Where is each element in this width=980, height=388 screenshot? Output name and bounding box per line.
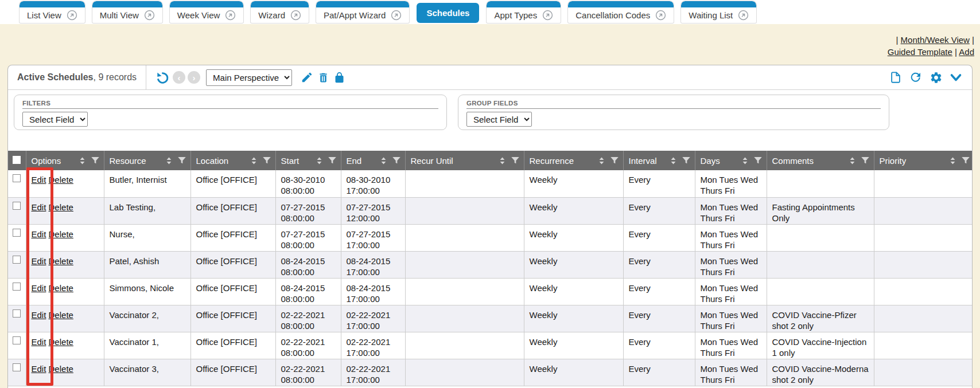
column-header-recur-until[interactable]: Recur Until [405, 151, 524, 170]
filter-funnel-icon[interactable] [960, 155, 971, 166]
delete-link[interactable]: Delete [49, 202, 73, 212]
recur-until-cell [405, 359, 524, 386]
tab-cancellation-codes[interactable]: Cancellation Codes [568, 1, 674, 23]
row-checkbox[interactable] [13, 283, 21, 291]
row-checkbox[interactable] [13, 256, 21, 264]
delete-link[interactable]: Delete [49, 229, 73, 239]
delete-link[interactable]: Delete [49, 256, 73, 266]
edit-link[interactable]: Edit [32, 310, 46, 320]
column-header-interval[interactable]: Interval [623, 151, 695, 170]
column-header-end[interactable]: End [341, 151, 405, 170]
trash-icon[interactable] [315, 69, 331, 85]
chevron-down-icon[interactable] [948, 69, 964, 85]
pencil-icon[interactable] [299, 69, 315, 85]
column-header-location[interactable]: Location [190, 151, 275, 170]
delete-link[interactable]: Delete [49, 310, 73, 320]
undo-icon[interactable] [154, 69, 170, 85]
row-checkbox[interactable] [13, 174, 21, 182]
tab-multi-view[interactable]: Multi View [92, 1, 162, 23]
group-fields-select[interactable]: Select Field [466, 112, 532, 127]
tab-list-view[interactable]: List View [20, 1, 85, 23]
delete-link[interactable]: Delete [49, 283, 73, 293]
column-header-options[interactable]: Options [26, 151, 104, 170]
filter-funnel-icon[interactable] [681, 155, 691, 166]
row-checkbox[interactable] [13, 202, 21, 210]
filter-funnel-icon[interactable] [753, 155, 763, 166]
filter-funnel-icon[interactable] [90, 155, 100, 166]
tab-appt-types[interactable]: Appt Types [487, 1, 561, 23]
new-document-icon[interactable] [888, 69, 904, 85]
column-header-resource[interactable]: Resource [104, 151, 190, 170]
column-header-priority[interactable]: Priority [874, 151, 973, 170]
sort-icon[interactable] [847, 156, 857, 166]
filter-funnel-icon[interactable] [327, 155, 337, 166]
column-header-start[interactable]: Start [275, 151, 341, 170]
guided-template-link[interactable]: Guided Template [888, 47, 952, 57]
sort-icon[interactable] [497, 156, 507, 166]
sort-icon[interactable] [77, 156, 87, 166]
popout-icon[interactable] [655, 10, 666, 21]
tab-week-view[interactable]: Week View [170, 1, 243, 23]
row-checkbox[interactable] [13, 309, 21, 318]
location-cell: Office [OFFICE] [190, 224, 275, 251]
edit-link[interactable]: Edit [32, 337, 46, 347]
tab-schedules[interactable]: Schedules [417, 3, 479, 23]
add-link[interactable]: Add [959, 47, 974, 57]
row-checkbox[interactable] [13, 363, 21, 371]
delete-link[interactable]: Delete [49, 337, 73, 347]
row-checkbox-cell [8, 251, 26, 278]
select-all-checkbox[interactable] [13, 156, 21, 164]
delete-link[interactable]: Delete [49, 175, 73, 185]
filter-funnel-icon[interactable] [391, 155, 402, 166]
row-checkbox[interactable] [13, 336, 21, 344]
popout-icon[interactable] [290, 10, 301, 21]
sort-icon[interactable] [948, 156, 958, 166]
edit-link[interactable]: Edit [32, 256, 46, 266]
tab-waiting-list[interactable]: Waiting List [681, 1, 756, 23]
row-checkbox[interactable] [13, 229, 21, 237]
sort-icon[interactable] [379, 156, 388, 166]
filters-field-select[interactable]: Select Field [22, 112, 88, 127]
popout-icon[interactable] [391, 10, 402, 21]
popout-icon[interactable] [542, 10, 553, 21]
column-header-comments[interactable]: Comments [767, 151, 874, 170]
edit-link[interactable]: Edit [32, 175, 46, 185]
sort-icon[interactable] [668, 156, 678, 166]
location-cell: Office [OFFICE] [190, 332, 275, 359]
filter-funnel-icon[interactable] [510, 155, 520, 166]
tab-pat-appt-wizard[interactable]: Pat/Appt Wizard [316, 1, 409, 23]
row-checkbox-cell [8, 224, 26, 251]
popout-icon[interactable] [67, 10, 77, 21]
sort-icon[interactable] [740, 156, 750, 166]
sort-icon[interactable] [314, 156, 324, 166]
filter-funnel-icon[interactable] [177, 155, 187, 166]
filter-funnel-icon[interactable] [609, 155, 620, 166]
select-all-header-cell[interactable] [8, 151, 26, 170]
column-header-days[interactable]: Days [695, 151, 767, 170]
sort-icon[interactable] [164, 156, 174, 166]
previous-icon[interactable]: ‹ [173, 71, 185, 84]
filter-funnel-icon[interactable] [860, 155, 870, 166]
days-cell: Mon Tues Wed Thurs Fri [695, 197, 767, 224]
lock-icon[interactable] [331, 69, 347, 85]
edit-link[interactable]: Edit [32, 202, 46, 212]
month-week-view-link[interactable]: Month/Week View [901, 35, 970, 45]
edit-link[interactable]: Edit [32, 229, 46, 239]
next-icon[interactable]: › [188, 71, 200, 84]
refresh-icon[interactable] [908, 69, 924, 85]
popout-icon[interactable] [225, 10, 236, 21]
sort-icon[interactable] [597, 156, 606, 166]
perspective-select[interactable]: Main Perspective [206, 69, 292, 86]
column-header-recurrence[interactable]: Recurrence [524, 151, 623, 170]
recurrence-cell: Weekly [524, 251, 623, 278]
edit-link[interactable]: Edit [32, 364, 46, 374]
popout-icon[interactable] [144, 10, 155, 21]
end-cell: 08-24-2015 17:00:00 [341, 251, 405, 278]
popout-icon[interactable] [738, 10, 749, 21]
delete-link[interactable]: Delete [49, 364, 73, 374]
edit-link[interactable]: Edit [32, 283, 46, 293]
tab-wizard[interactable]: Wizard [251, 1, 309, 23]
gear-icon[interactable] [928, 69, 944, 85]
sort-icon[interactable] [249, 156, 259, 166]
filter-funnel-icon[interactable] [262, 155, 272, 166]
